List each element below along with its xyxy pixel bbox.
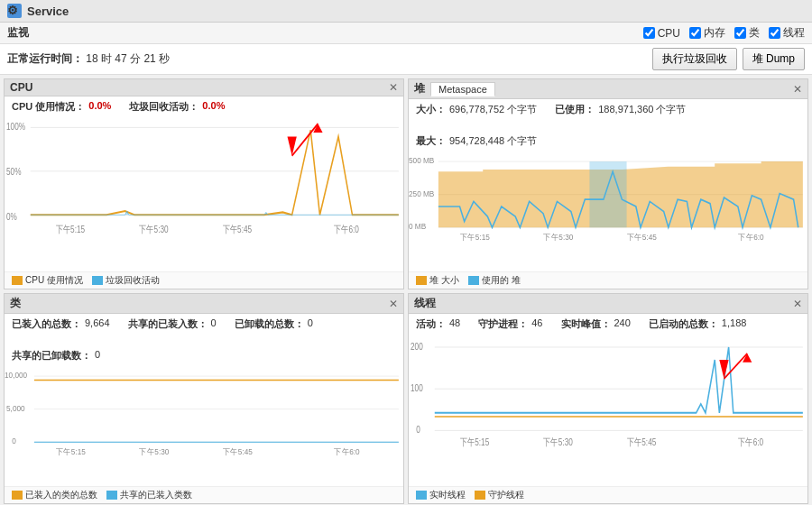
cpu-stats: CPU 使用情况： 0.0% 垃圾回收活动： 0.0% <box>5 96 403 117</box>
thread-stats: 活动： 48 守护进程： 46 实时峰值： 240 已启动的总数： 1,188 <box>409 314 807 335</box>
svg-text:下午5:15: 下午5:15 <box>460 232 491 241</box>
action-buttons: 执行垃圾回收 堆 Dump <box>652 48 805 70</box>
heap-panel: 堆 Metaspace ✕ 大小： 696,778,752 个字节 已使用： 1… <box>408 78 808 289</box>
svg-text:下午5:30: 下午5:30 <box>139 446 170 455</box>
svg-text:下午5:30: 下午5:30 <box>139 224 169 235</box>
heap-dump-button[interactable]: 堆 Dump <box>743 48 805 70</box>
app-icon: ⚙ <box>7 4 22 18</box>
class-shared-color <box>106 491 117 500</box>
class-chart: 10,000 5,000 0 下午5:15 下午5:30 下午5:45 下午6:… <box>5 366 403 486</box>
svg-text:10,000: 10,000 <box>5 371 27 380</box>
checkboxes: CPU 内存 类 线程 <box>643 25 805 41</box>
svg-text:下午6:0: 下午6:0 <box>738 436 764 448</box>
svg-text:下午5:15: 下午5:15 <box>56 446 87 455</box>
svg-text:下午6:0: 下午6:0 <box>334 446 360 455</box>
class-stat-total: 已装入的总数： 9,664 <box>12 317 110 331</box>
svg-text:250 MB: 250 MB <box>409 189 435 198</box>
gc-button[interactable]: 执行垃圾回收 <box>652 48 737 70</box>
class-legend: 已装入的类的总数 共享的已装入类数 <box>5 486 403 503</box>
checkbox-cpu[interactable]: CPU <box>643 27 680 40</box>
thread-legend-live: 实时线程 <box>416 489 466 501</box>
svg-text:5,000: 5,000 <box>6 404 25 413</box>
svg-text:下午5:45: 下午5:45 <box>223 224 253 235</box>
svg-text:下午6:0: 下午6:0 <box>334 224 359 235</box>
svg-text:0%: 0% <box>6 211 17 223</box>
cpu-stat-gc: 垃圾回收活动： 0.0% <box>129 100 225 114</box>
uptime-display: 正常运行时间： 18 时 47 分 21 秒 <box>7 51 170 67</box>
thread-daemon-color <box>475 491 485 500</box>
svg-text:100: 100 <box>411 382 423 394</box>
heap-stat-max: 最大： 954,728,448 个字节 <box>416 134 537 148</box>
svg-text:500 MB: 500 MB <box>409 156 435 165</box>
monitor-bar: 监视 CPU 内存 类 线程 <box>0 23 812 44</box>
cpu-legend-gc: 垃圾回收活动 <box>92 274 160 287</box>
svg-text:0 MB: 0 MB <box>409 222 426 231</box>
thread-legend: 实时线程 守护线程 <box>409 486 807 503</box>
heap-used-color <box>468 276 479 285</box>
heap-legend-size: 堆 大小 <box>416 274 459 287</box>
thread-chart: 200 100 0 下午5:15 下午5:30 下午5:45 下午6:0 <box>409 335 807 486</box>
cpu-legend: CPU 使用情况 垃圾回收活动 <box>5 271 403 289</box>
class-legend-loaded: 已装入的类的总数 <box>12 489 97 501</box>
svg-rect-20 <box>589 161 626 227</box>
svg-text:50%: 50% <box>6 166 22 178</box>
gc-color <box>92 276 103 285</box>
heap-tab-metaspace[interactable]: Metaspace <box>430 82 495 96</box>
svg-text:下午5:15: 下午5:15 <box>460 436 490 448</box>
heap-size-color <box>416 276 427 285</box>
class-stat-unloaded: 已卸载的总数： 0 <box>235 317 313 331</box>
checkbox-thread[interactable]: 线程 <box>769 25 805 41</box>
svg-text:下午5:45: 下午5:45 <box>223 446 254 455</box>
thread-stat-peak: 实时峰值： 240 <box>561 317 631 331</box>
class-stat-shared-unloaded: 共享的已卸载数： 0 <box>12 349 100 363</box>
class-panel-close[interactable]: ✕ <box>389 298 398 310</box>
svg-text:下午5:45: 下午5:45 <box>627 436 657 448</box>
heap-legend: 堆 大小 使用的 堆 <box>409 271 807 289</box>
cpu-chart: 100% 50% 0% 下午5:15 下午5:30 下午5:45 下午6:0 <box>5 117 403 271</box>
svg-text:下午5:30: 下午5:30 <box>543 232 574 241</box>
heap-tabs: Metaspace <box>430 82 495 96</box>
svg-text:0: 0 <box>416 424 420 436</box>
heap-stat-used: 已使用： 188,971,360 个字节 <box>555 103 686 116</box>
svg-text:0: 0 <box>12 436 16 445</box>
class-legend-shared: 共享的已装入类数 <box>106 489 192 501</box>
thread-panel: 线程 ✕ 活动： 48 守护进程： 46 实时峰值： 240 已启动的总数： 1… <box>408 293 808 504</box>
heap-panel-title: 堆 <box>414 81 425 96</box>
app-title: Service <box>27 5 69 18</box>
monitor-label: 监视 <box>7 25 29 41</box>
class-panel-title: 类 <box>10 296 21 311</box>
class-stats: 已装入的总数： 9,664 共享的已装入数： 0 已卸载的总数： 0 共享的已卸… <box>5 314 403 366</box>
checkbox-memory[interactable]: 内存 <box>689 25 725 41</box>
svg-text:下午5:45: 下午5:45 <box>627 232 658 241</box>
heap-stat-size: 大小： 696,778,752 个字节 <box>416 103 537 116</box>
panels-grid: CPU ✕ CPU 使用情况： 0.0% 垃圾回收活动： 0.0% 100% 5… <box>0 75 812 505</box>
svg-line-11 <box>292 124 318 156</box>
thread-panel-header: 线程 ✕ <box>409 294 807 314</box>
cpu-stat-usage: CPU 使用情况： 0.0% <box>12 100 111 114</box>
svg-text:下午5:15: 下午5:15 <box>56 224 86 235</box>
cpu-panel-header: CPU ✕ <box>5 79 403 96</box>
uptime-bar: 正常运行时间： 18 时 47 分 21 秒 执行垃圾回收 堆 Dump <box>0 44 812 75</box>
heap-panel-header: 堆 Metaspace ✕ <box>409 79 807 99</box>
class-panel: 类 ✕ 已装入的总数： 9,664 共享的已装入数： 0 已卸载的总数： 0 共… <box>4 293 404 504</box>
class-stat-shared-loaded: 共享的已装入数： 0 <box>128 317 217 331</box>
cpu-panel-title: CPU <box>10 81 32 94</box>
thread-panel-title: 线程 <box>414 296 436 311</box>
svg-text:100%: 100% <box>6 121 25 133</box>
thread-stat-active: 活动： 48 <box>416 317 460 331</box>
class-loaded-color <box>12 491 23 500</box>
heap-panel-close[interactable]: ✕ <box>793 83 802 96</box>
cpu-legend-usage: CPU 使用情况 <box>12 274 83 287</box>
heap-chart: 500 MB 250 MB 0 MB 下午5:15 下午5:30 下午5:45 … <box>409 152 807 271</box>
thread-legend-daemon: 守护线程 <box>475 489 524 501</box>
cpu-panel: CPU ✕ CPU 使用情况： 0.0% 垃圾回收活动： 0.0% 100% 5… <box>4 78 404 289</box>
checkbox-class[interactable]: 类 <box>734 25 760 41</box>
heap-stats: 大小： 696,778,752 个字节 已使用： 188,971,360 个字节… <box>409 99 807 152</box>
thread-panel-close[interactable]: ✕ <box>793 298 802 310</box>
thread-live-color <box>416 491 427 500</box>
cpu-panel-close[interactable]: ✕ <box>389 81 398 94</box>
heap-legend-used: 使用的 堆 <box>468 274 521 287</box>
svg-text:下午6:0: 下午6:0 <box>738 232 764 241</box>
thread-stat-started: 已启动的总数： 1,188 <box>649 317 747 331</box>
svg-text:下午5:30: 下午5:30 <box>543 436 573 448</box>
